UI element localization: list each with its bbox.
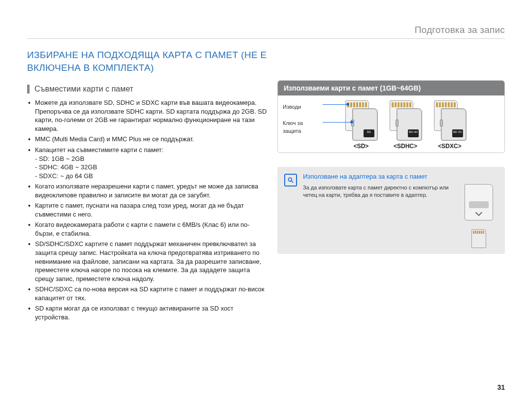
svg-point-0 [288, 178, 292, 181]
svg-line-1 [292, 181, 294, 183]
bullet-item: Когато използвате неразрешени карти с па… [27, 182, 267, 199]
bullet-item: MMC (Multi Media Card) и MMC Plus не се … [27, 135, 267, 144]
bullet-text: Капацитет на съвместимите карти с памет: [35, 146, 164, 154]
bullet-item: Когато видеокамерата работи с карти с па… [27, 220, 267, 238]
capacity-item: SDXC: ~ до 64 GB [35, 172, 267, 181]
card-annotation-labels: Изводи Ключ за защита [283, 100, 311, 135]
lock-label: Ключ за защита [283, 120, 311, 135]
sdxc-logo: SD XC [452, 129, 463, 137]
magnifier-icon [284, 174, 297, 187]
capacity-item: SDHC: 4GB ~ 32GB [35, 163, 267, 172]
tip-title: Използване на адаптера за карта с памет [303, 173, 498, 180]
sdhc-logo: SD HC [408, 129, 419, 137]
bullet-item: Можете да използвате SD, SDHC и SDXC кар… [27, 98, 267, 133]
tip-box: Използване на адаптера за карта с памет … [277, 167, 505, 254]
section-header: Подготовка за запис [27, 25, 505, 39]
bullet-item: SD/SDHC/SDXC картите с памет поддържат м… [27, 240, 267, 283]
sdhc-caption: <SDHC> [394, 143, 417, 150]
bullet-item: SDHC/SDXC са по-нова версия на SD картит… [27, 285, 267, 302]
sd-card-illustration: SD <SD> [345, 100, 377, 150]
bullet-item: SD карти могат да се използват с текущо … [27, 304, 267, 321]
adapter-illustration [459, 184, 498, 248]
page-number: 31 [27, 383, 505, 391]
bullet-list: Можете да използвате SD, SDHC и SDXC кар… [27, 98, 267, 321]
cards-panel-title: Използваеми карти с памет (1GB~64GB) [278, 81, 504, 95]
capacity-sublist: SD: 1GB ~ 2GB SDHC: 4GB ~ 32GB SDXC: ~ д… [35, 155, 267, 181]
sd-caption: <SD> [354, 143, 369, 150]
tip-text: За да използвате карта с памет директно … [303, 184, 452, 199]
sdhc-card-illustration: SD HC <SDHC> [390, 100, 421, 150]
section-title: ИЗБИРАНЕ НА ПОДХОДЯЩА КАРТА С ПАМЕТ (НЕ … [27, 49, 267, 74]
capacity-item: SD: 1GB ~ 2GB [35, 155, 267, 163]
sdxc-caption: <SDXC> [438, 143, 461, 150]
terminals-label: Изводи [283, 103, 311, 111]
cards-panel: Използваеми карти с памет (1GB~64GB) Изв… [277, 80, 505, 153]
sdxc-card-illustration: SD XC <SDXC> [434, 100, 466, 150]
bullet-item: Картите с памет, пуснати на пазара след … [27, 201, 267, 219]
bullet-item: Капацитет на съвместимите карти с памет:… [27, 146, 267, 180]
subheading: Съвместими карти с памет [27, 85, 267, 94]
sd-logo: SD [364, 129, 374, 137]
